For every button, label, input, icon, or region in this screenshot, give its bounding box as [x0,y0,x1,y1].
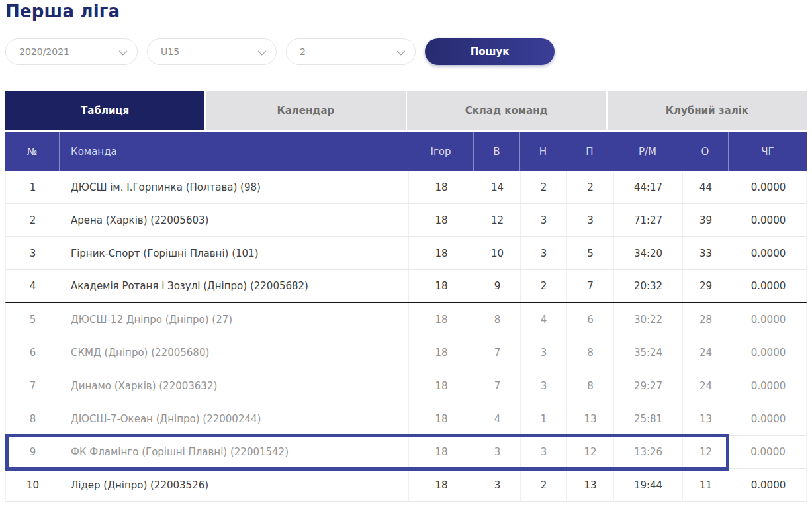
filter-bar: 2020/2021 U15 2 Пошук [5,38,807,65]
team-cell: ФК Фламінго (Горішні Плавні) (22001542) [60,436,409,468]
rank-cell: 6 [6,336,60,369]
table-header-row: №КомандаІгорВНПР/МОЧГ [5,132,807,171]
rank-cell: 4 [6,270,60,302]
games-cell: 18 [409,436,474,468]
team-cell: Арена (Харків) (22005603) [60,204,409,236]
team-cell: Гірник-Спорт (Горішні Плавні) (101) [60,237,409,269]
draws-cell: 1 [521,402,567,435]
tabs: Таблиця Календар Склад команд Клубний за… [5,91,807,130]
column-header-0: № [5,132,60,171]
goals-cell: 29:27 [614,369,683,402]
points-cell: 24 [683,336,729,369]
column-header-4: Н [520,132,566,171]
team-cell: Динамо (Харків) (22003632) [60,369,409,402]
points-cell: 44 [683,171,729,203]
points-cell: 28 [683,303,729,336]
wins-cell: 8 [474,303,521,336]
tab-squads[interactable]: Склад команд [407,91,606,130]
table-row[interactable]: 5ДЮСШ-12 Дніпро (Дніпро) (27)1884630:222… [5,303,807,336]
games-cell: 18 [409,237,474,269]
goals-cell: 71:27 [614,204,683,236]
search-button[interactable]: Пошук [425,38,555,65]
losses-cell: 8 [567,369,614,402]
goals-cell: 13:26 [614,436,683,468]
draws-cell: 2 [521,171,567,203]
team-cell: ДЮСШ-7-Океан (Дніпро) (22000244) [60,402,409,435]
games-cell: 18 [409,336,474,369]
rank-cell: 2 [6,204,60,236]
column-header-3: В [474,132,520,171]
table-row-selected[interactable]: 9ФК Фламінго (Горішні Плавні) (22001542)… [5,436,807,469]
team-cell: СКМД (Дніпро) (22005680) [60,336,409,369]
table-row[interactable]: 7Динамо (Харків) (22003632)1873829:27240… [5,369,807,402]
chevron-down-icon [119,46,128,55]
team-cell: Академія Ротаня і Зозулі (Дніпро) (22005… [60,270,409,302]
draws-cell: 4 [521,303,567,336]
games-cell: 18 [409,270,474,302]
column-header-7: О [682,132,729,171]
tab-club-standings[interactable]: Клубний залік [608,91,807,130]
wins-cell: 7 [474,369,521,402]
chg-cell: 0.0000 [729,204,807,236]
goals-cell: 44:17 [614,171,683,203]
points-cell: 12 [683,436,729,468]
draws-cell: 3 [521,237,567,269]
chg-cell: 0.0000 [729,469,807,501]
games-cell: 18 [409,171,474,203]
losses-cell: 7 [567,270,614,302]
table-row[interactable]: 4Академія Ротаня і Зозулі (Дніпро) (2200… [5,270,807,303]
table-row[interactable]: 1ДЮСШ ім. І.Горпинка (Полтава) (98)18142… [5,171,807,204]
games-cell: 18 [409,402,474,435]
age-group-dropdown[interactable]: U15 [147,38,277,65]
season-dropdown-value: 2020/2021 [19,46,69,57]
team-cell: ДЮСШ ім. І.Горпинка (Полтава) (98) [60,171,409,203]
points-cell: 33 [683,237,729,269]
games-cell: 18 [409,303,474,336]
chg-cell: 0.0000 [729,369,807,402]
table-row[interactable]: 2Арена (Харків) (22005603)18123371:27390… [5,204,807,237]
games-cell: 18 [409,204,474,236]
draws-cell: 2 [521,469,567,501]
team-cell: Лідер (Дніпро) (22003526) [60,469,409,501]
chg-cell: 0.0000 [729,436,807,468]
losses-cell: 5 [567,237,614,269]
losses-cell: 13 [567,469,614,501]
wins-cell: 3 [474,469,521,501]
points-cell: 29 [683,270,729,302]
rank-cell: 5 [6,303,60,336]
table-body: 1ДЮСШ ім. І.Горпинка (Полтава) (98)18142… [5,171,807,502]
table-row[interactable]: 6СКМД (Дніпро) (22005680)1873835:24240.0… [5,336,807,369]
group-dropdown[interactable]: 2 [286,38,416,65]
tab-table[interactable]: Таблиця [5,91,204,130]
chg-cell: 0.0000 [729,402,807,435]
goals-cell: 30:22 [614,303,683,336]
chg-cell: 0.0000 [729,336,807,369]
tab-calendar[interactable]: Календар [206,91,405,130]
table-row[interactable]: 8ДЮСШ-7-Океан (Дніпро) (22000244)1841132… [5,402,807,436]
season-dropdown[interactable]: 2020/2021 [5,38,138,65]
rank-cell: 3 [6,237,60,269]
column-header-6: Р/М [613,132,682,171]
column-header-8: ЧГ [729,132,807,171]
losses-cell: 2 [567,171,614,203]
wins-cell: 10 [474,237,521,269]
chg-cell: 0.0000 [729,303,807,336]
goals-cell: 19:44 [614,469,683,501]
page-title: Перша ліга [5,1,807,21]
table-row[interactable]: 3Гірник-Спорт (Горішні Плавні) (101)1810… [5,237,807,270]
draws-cell: 3 [521,436,567,468]
chevron-down-icon [397,46,406,55]
column-header-1: Команда [60,132,408,171]
wins-cell: 12 [474,204,521,236]
losses-cell: 8 [567,336,614,369]
rank-cell: 1 [6,171,60,203]
wins-cell: 4 [474,402,521,435]
wins-cell: 14 [474,171,521,203]
column-header-2: Ігор [408,132,474,171]
points-cell: 39 [683,204,729,236]
draws-cell: 3 [521,369,567,402]
draws-cell: 2 [521,270,567,302]
table-row[interactable]: 10Лідер (Дніпро) (22003526)18321319:4411… [5,469,807,502]
points-cell: 11 [683,469,729,501]
age-group-dropdown-value: U15 [161,46,179,57]
